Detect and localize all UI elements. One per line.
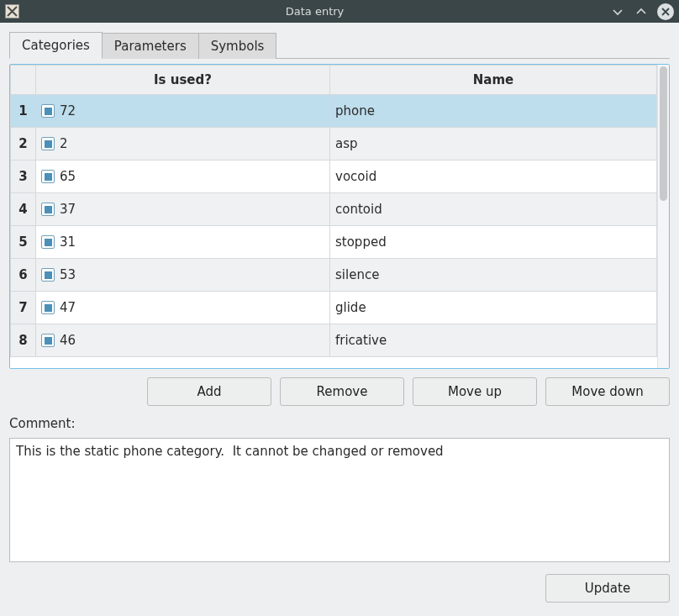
isused-count: 31 [60,234,76,250]
cell-name[interactable]: silence [330,259,657,292]
cell-name[interactable]: phone [330,95,657,128]
cell-isused[interactable]: 72 [36,95,330,128]
comment-label: Comment: [9,416,670,431]
checkbox-icon[interactable] [41,203,55,216]
checkbox-icon[interactable] [41,235,55,249]
cell-name[interactable]: glide [330,292,657,324]
titlebar: Data entry [0,0,679,23]
cell-name[interactable]: asp [330,128,657,161]
maximize-icon[interactable] [634,4,649,19]
cell-isused[interactable]: 46 [36,324,330,357]
checkbox-icon[interactable] [41,301,55,314]
table-row[interactable]: 437contoid [11,193,657,226]
isused-count: 53 [60,267,76,282]
cell-isused[interactable]: 2 [36,128,330,161]
row-number[interactable]: 6 [11,259,36,292]
isused-count: 47 [60,300,76,315]
checkbox-icon[interactable] [41,334,55,347]
row-number[interactable]: 7 [11,292,36,324]
tab-categories[interactable]: Categories [9,32,103,59]
move-up-button[interactable]: Move up [413,377,537,406]
isused-count: 65 [60,169,76,184]
table-buttons-row: Add Remove Move up Move down [9,377,670,406]
window-title: Data entry [19,5,610,18]
add-button[interactable]: Add [147,377,271,406]
minimize-icon[interactable] [610,4,625,19]
table-row[interactable]: 531stopped [11,226,657,259]
app-icon [5,4,19,18]
table-row[interactable]: 172phone [11,95,657,128]
cell-name[interactable]: contoid [330,193,657,226]
row-number[interactable]: 4 [11,193,36,226]
tab-parameters[interactable]: Parameters [103,33,199,59]
cell-name[interactable]: stopped [330,226,657,259]
tabs-row: Categories Parameters Symbols [9,31,670,58]
remove-button[interactable]: Remove [280,377,404,406]
close-icon[interactable] [657,3,674,20]
cell-name[interactable]: vocoid [330,161,657,193]
table-row[interactable]: 747glide [11,292,657,324]
cell-isused[interactable]: 53 [36,259,330,292]
scrollbar-thumb[interactable] [660,66,667,201]
row-number[interactable]: 2 [11,128,36,161]
column-header-isused[interactable]: Is used? [36,66,330,95]
table-row[interactable]: 22asp [11,128,657,161]
cell-isused[interactable]: 47 [36,292,330,324]
row-number[interactable]: 3 [11,161,36,193]
table-vertical-scrollbar[interactable] [657,65,669,368]
comment-textarea[interactable] [9,438,670,562]
table-row[interactable]: 846fricative [11,324,657,357]
column-header-name[interactable]: Name [330,66,657,95]
table-row[interactable]: 653silence [11,259,657,292]
categories-table: Is used? Name 172phone22asp365vocoid437c… [9,64,670,369]
checkbox-icon[interactable] [41,137,55,150]
cell-isused[interactable]: 65 [36,161,330,193]
update-button[interactable]: Update [545,574,670,603]
cell-isused[interactable]: 31 [36,226,330,259]
table-row[interactable]: 365vocoid [11,161,657,193]
row-number[interactable]: 1 [11,95,36,128]
table-corner [11,66,36,95]
move-down-button[interactable]: Move down [545,377,670,406]
cell-isused[interactable]: 37 [36,193,330,226]
checkbox-icon[interactable] [41,268,55,282]
isused-count: 2 [60,136,68,151]
isused-count: 37 [60,202,76,217]
tab-symbols[interactable]: Symbols [199,33,277,59]
isused-count: 72 [60,103,76,118]
checkbox-icon[interactable] [41,170,55,183]
checkbox-icon[interactable] [41,104,55,118]
isused-count: 46 [60,333,76,348]
cell-name[interactable]: fricative [330,324,657,357]
row-number[interactable]: 5 [11,226,36,259]
row-number[interactable]: 8 [11,324,36,357]
